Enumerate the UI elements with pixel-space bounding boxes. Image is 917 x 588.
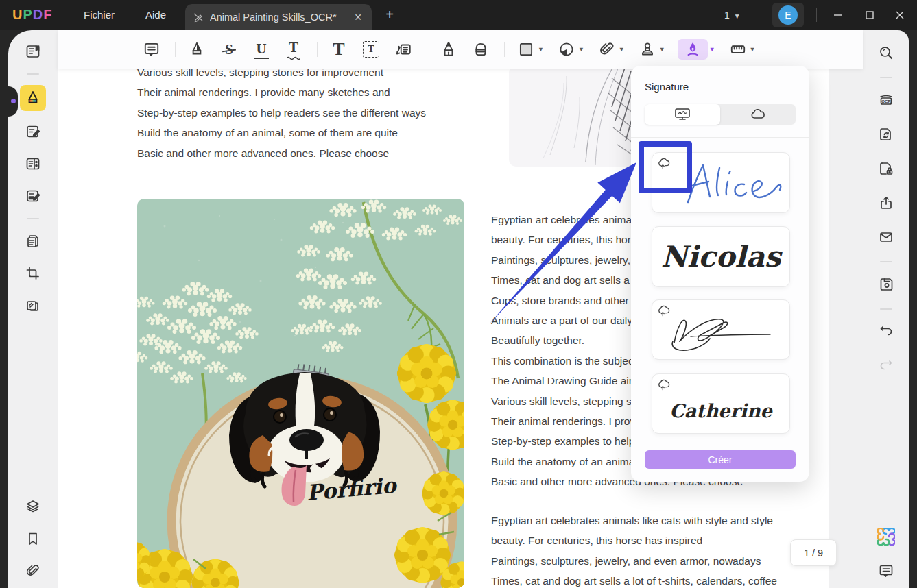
sidebar-item-save[interactable] [874,273,898,296]
sidebar-item-redo[interactable] [874,354,898,378]
new-tab-button[interactable]: + [381,7,398,23]
text-callout-tool[interactable] [393,39,414,60]
sidebar-item-compare[interactable] [21,294,45,317]
strikethrough-tool[interactable]: S [219,39,239,60]
menu-fichier[interactable]: Fichier [74,0,124,30]
divider [880,77,892,78]
signature-item-catherine[interactable]: Catherine [652,373,790,434]
sidebar-item-share[interactable] [874,191,898,215]
sidebar-item-search[interactable] [874,41,898,64]
doc-text-line: Basic and other more advanced ones. Plea… [137,143,426,163]
sidebar-item-reader[interactable] [21,40,45,63]
ruler-icon [729,40,747,58]
underline-tool[interactable]: U [251,39,272,60]
dog-embroidery-photo: Porfirio [137,199,464,588]
sidebar-item-email[interactable] [874,225,898,249]
sticker-tool[interactable] [556,39,577,60]
share-icon [878,195,894,211]
paperclip-icon [598,40,616,58]
signature-tool[interactable] [678,39,708,60]
document-tab[interactable]: Animal Painting Skills_OCR* ✕ [185,4,372,30]
highlight-tool[interactable] [187,39,207,60]
pages-copy-icon [25,233,41,249]
squiggly-underline-tool[interactable]: T [283,39,304,60]
ocr-icon: OCR [877,91,895,109]
divider [880,261,892,262]
menu-aide[interactable]: Aide [136,0,176,30]
save-icon [878,276,894,293]
shapes-tool[interactable] [516,39,536,60]
sidebar-item-ocr[interactable]: OCR [874,88,898,112]
edit-document-icon [25,123,41,140]
note-icon [143,40,160,58]
sidebar-item-crop[interactable] [21,262,45,285]
highlighter-icon [188,40,206,58]
signature-tabs [645,104,796,125]
sidebar-item-organize[interactable] [21,152,45,175]
chevron-down-icon: ▼ [734,12,741,20]
doc-text-line: Various skill levels, stepping stones fo… [137,69,426,82]
minimize-button[interactable] [824,0,852,30]
attachment-tool-group: ▼ [597,39,628,60]
eraser-tool[interactable] [471,39,491,60]
mail-icon [878,229,894,245]
sidebar-item-convert[interactable] [874,123,898,146]
stamp-tool[interactable] [637,39,658,60]
text-icon: T [333,39,344,60]
sidebar-item-edit[interactable] [21,120,45,143]
sidebar-item-attachments[interactable] [21,559,45,583]
sidebar-item-pages[interactable] [21,230,45,253]
chevron-down-icon[interactable]: ▼ [659,46,665,53]
undo-icon [878,323,894,340]
titlebar: UPDF Fichier Aide Animal Painting Skills… [0,0,917,30]
chevron-down-icon[interactable]: ▼ [709,46,715,53]
organize-pages-icon [25,156,41,172]
pen-slash-icon [192,11,204,23]
notification-dot [11,99,16,103]
page-count-dropdown[interactable]: 1▼ [724,0,741,30]
sidebar-item-comments[interactable] [874,559,898,583]
create-signature-button[interactable]: Créer [645,450,796,469]
divider [427,42,427,57]
layers-icon [25,498,41,515]
cloud-icon [750,108,766,121]
tab-title: Animal Painting Skills_OCR* [210,12,346,23]
maximize-button[interactable] [856,0,883,30]
tab-cloud-signature[interactable] [720,104,796,125]
text-box-icon: T [363,41,379,58]
attachment-tool[interactable] [597,39,617,60]
form-edit-icon [25,188,41,204]
sidebar-item-undo[interactable] [874,320,898,343]
chevron-down-icon[interactable]: ▼ [578,46,584,53]
pencil-icon [440,40,457,58]
chevron-down-icon[interactable]: ▼ [750,46,756,53]
signature-item-nicolas[interactable]: Nicolas [652,226,790,287]
chevron-down-icon[interactable]: ▼ [619,46,625,53]
text-box-tool[interactable]: T [361,39,381,60]
pencil-tool[interactable] [438,39,459,60]
chevron-down-icon[interactable]: ▼ [538,46,544,53]
reader-book-icon [25,43,41,60]
sidebar-item-ai-assistant[interactable] [874,525,898,548]
ai-assistant-icon [877,528,895,546]
close-button[interactable] [886,0,914,30]
file-lock-icon [878,160,894,177]
sidebar-item-annotate[interactable] [20,85,46,111]
cloud-upload-icon [657,379,671,393]
sidebar-item-bookmarks[interactable] [21,527,45,550]
redo-icon [878,358,894,374]
signature-item-scribble[interactable] [652,299,790,360]
sidebar-item-layers[interactable] [21,495,45,518]
tab-close-icon[interactable]: ✕ [351,11,365,23]
paperclip-icon [25,563,41,579]
add-text-tool[interactable]: T [329,39,349,60]
note-tool[interactable] [141,39,162,60]
compare-documents-icon [25,297,41,314]
sidebar-item-protect[interactable] [874,157,898,180]
tab-device-signature[interactable] [645,104,720,125]
measure-tool[interactable] [728,39,748,60]
doc-text-line: beauty. For centuries, this horse has in… [491,530,777,550]
stamp-tool-group: ▼ [637,39,668,60]
sidebar-item-forms[interactable] [21,184,45,208]
account-button[interactable]: E [772,3,804,27]
